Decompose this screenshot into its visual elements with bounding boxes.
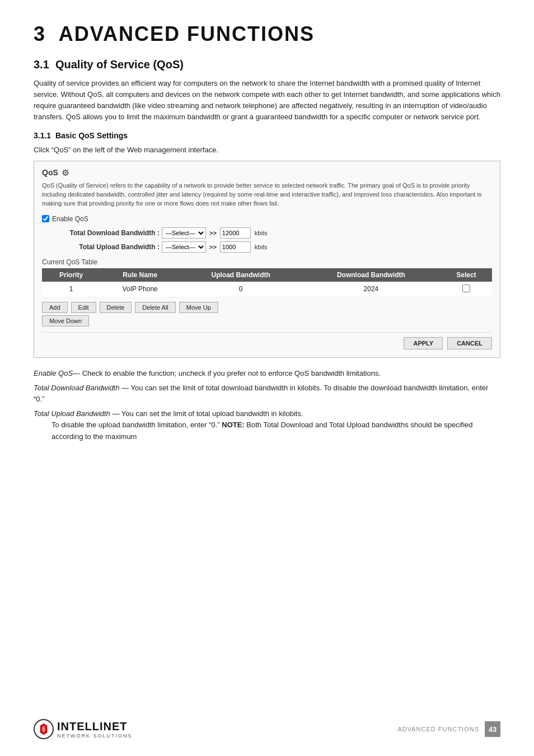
cell-select[interactable]	[441, 282, 492, 297]
apply-cancel-row: APPLY CANCEL	[42, 332, 492, 349]
desc-indent-3: To disable the upload bandwidth limitati…	[34, 419, 500, 442]
qos-panel: QoS ⚙ QoS (Quality of Service) refers to…	[34, 161, 500, 358]
desc-upload-bw: Total Upload Bandwidth — You can set the…	[34, 408, 500, 442]
footer-section-label: ADVANCED FUNCTIONS	[397, 726, 479, 732]
descriptions: Enable QoS— Check to enable the function…	[34, 368, 500, 442]
desc-download-bw: Total Download Bandwidth — You can set t…	[34, 382, 500, 405]
move-down-button[interactable]: Move Down	[42, 315, 89, 326]
download-bw-label: Total Download Bandwidth :	[42, 229, 160, 237]
footer-sub: NETWORK SOLUTIONS	[57, 733, 133, 739]
footer-logo: INTELLINET NETWORK SOLUTIONS	[34, 719, 133, 739]
col-upload-bw: Upload Bandwidth	[180, 268, 302, 282]
col-priority: Priority	[42, 268, 100, 282]
footer-logo-text: INTELLINET NETWORK SOLUTIONS	[57, 720, 133, 739]
cancel-button[interactable]: CANCEL	[447, 337, 492, 349]
col-rule-name: Rule Name	[100, 268, 180, 282]
qos-table: Priority Rule Name Upload Bandwidth Down…	[42, 268, 492, 297]
footer-brand: INTELLINET	[57, 720, 128, 733]
apply-button[interactable]: APPLY	[404, 337, 443, 349]
page-footer: INTELLINET NETWORK SOLUTIONS ADVANCED FU…	[0, 719, 534, 739]
enable-qos-checkbox[interactable]	[42, 215, 49, 222]
download-bw-input[interactable]	[220, 227, 251, 239]
delete-all-button[interactable]: Delete All	[135, 302, 175, 313]
move-up-button[interactable]: Move Up	[179, 302, 218, 313]
desc-body-1: — Check to enable the function; uncheck …	[73, 369, 381, 377]
desc-term-1: Enable QoS	[34, 369, 73, 377]
desc-term-3: Total Upload Bandwidth	[34, 409, 110, 418]
add-button[interactable]: Add	[42, 302, 68, 313]
qos-description: QoS (Quality of Service) refers to the c…	[42, 181, 492, 208]
move-down-row: Move Down	[42, 315, 492, 326]
intellinet-logo-icon	[34, 719, 54, 739]
qos-panel-title: QoS ⚙	[42, 168, 492, 177]
footer-right: ADVANCED FUNCTIONS 43	[397, 721, 500, 737]
chapter-title: 3 ADVANCED FUNCTIONS	[34, 22, 500, 46]
gear-icon: ⚙	[62, 168, 71, 177]
desc-enable-qos: Enable QoS— Check to enable the function…	[34, 368, 500, 379]
upload-bw-row: Total Upload Bandwidth : —Select— >> kbi…	[42, 241, 492, 253]
upload-bw-select[interactable]: —Select—	[162, 241, 206, 253]
upload-bw-unit: kbits	[255, 244, 268, 250]
col-select: Select	[441, 268, 492, 282]
cell-download: 2024	[302, 282, 441, 297]
cell-rule-name: VoIP Phone	[100, 282, 180, 297]
row-checkbox[interactable]	[462, 284, 470, 292]
download-bw-row: Total Download Bandwidth : —Select— >> k…	[42, 227, 492, 239]
upload-arrow: >>	[209, 244, 217, 250]
footer-page-num: 43	[485, 721, 500, 737]
upload-bw-input[interactable]	[220, 241, 251, 253]
upload-bw-label: Total Upload Bandwidth :	[42, 243, 160, 251]
note-bold: NOTE:	[222, 421, 244, 429]
download-bw-unit: kbits	[255, 230, 268, 236]
download-bw-select[interactable]: —Select—	[162, 227, 206, 239]
enable-qos-row: Enable QoS	[42, 215, 492, 223]
col-download-bw: Download Bandwidth	[302, 268, 441, 282]
section-title: 3.1 Quality of Service (QoS)	[34, 58, 500, 71]
subsection-title: 3.1.1 Basic QoS Settings	[34, 131, 500, 140]
cell-upload: 0	[180, 282, 302, 297]
cell-priority: 1	[42, 282, 100, 297]
download-arrow: >>	[209, 230, 217, 236]
section-body: Quality of service provides an efficient…	[34, 78, 500, 123]
table-label: Current QoS Table	[42, 258, 492, 266]
desc-body-3: — You can set the limit of total upload …	[110, 409, 303, 418]
edit-button[interactable]: Edit	[71, 302, 96, 313]
click-instruction: Click “QoS” on the left of the Web manag…	[34, 144, 500, 156]
table-row: 1 VoIP Phone 0 2024	[42, 282, 492, 297]
action-buttons-row: Add Edit Delete Delete All Move Up	[42, 302, 492, 313]
desc-term-2: Total Download Bandwidth	[34, 384, 119, 392]
delete-button[interactable]: Delete	[100, 302, 132, 313]
enable-qos-label: Enable QoS	[52, 215, 88, 223]
